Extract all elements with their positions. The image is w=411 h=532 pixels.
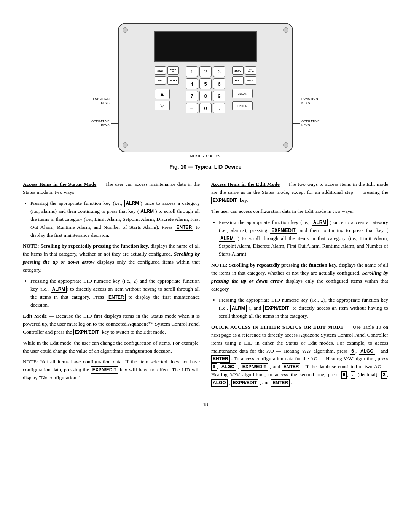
key-2[interactable]: 2	[199, 66, 212, 77]
fig-caption: Fig. 10 — Typical LID Device	[170, 164, 242, 170]
down-arrow-key[interactable]: ▽	[155, 101, 170, 110]
edit-mode-access-section: Access Items in the Edit Mode — The two …	[211, 181, 388, 204]
status-mode-title: Access Items in the Status Mode	[23, 181, 96, 187]
algo-key-ref-3: ALGO	[211, 379, 228, 387]
edit-mode-access-cont: The user can access configuration data i…	[211, 208, 388, 216]
content-area: Access Items in the Status Mode — The us…	[23, 181, 388, 390]
key-7[interactable]: 7	[186, 91, 198, 101]
algo-key-ref-1: ALGO	[359, 348, 375, 355]
edit-mode-access-title: Access Items in the Edit Mode	[211, 181, 280, 187]
key-6-ref-3: 6	[341, 371, 347, 379]
edit-mode-section: Edit Mode — Because the LID first displa…	[23, 312, 200, 336]
enter-key-ref-2: ENTER	[107, 294, 126, 301]
expn-edit-key[interactable]: EXPNEDIT	[167, 66, 179, 75]
key-5[interactable]: 5	[199, 78, 212, 89]
key-6-ref-1: 6	[350, 348, 355, 355]
right-side-labels: FUNCTIONKEYS OPERATIVEKEYS	[293, 48, 320, 128]
schd-key[interactable]: SCHD	[167, 76, 179, 85]
numeric-keypad: 1 2 3 4 5 6 7 8 9 −	[186, 66, 225, 113]
expn-edit-key-ref-6: EXPN/EDIT	[241, 363, 268, 371]
left-side-labels: FUNCTIONKEYS OPERATIVEKEYS	[91, 48, 118, 128]
lid-screen	[154, 31, 257, 62]
enter-key-ref-3: ENTER	[211, 355, 230, 363]
edit-mode-bullets: Pressing the appropriate function key (i…	[219, 219, 388, 259]
expn-edit-key-ref-4: EXPN/EDIT	[270, 227, 297, 234]
enter-key-ref-5: ENTER	[271, 379, 290, 387]
status-mode-section: Access Items in the Status Mode — The us…	[23, 181, 200, 197]
key-2-ref: 2	[381, 371, 387, 379]
hist-key[interactable]: HIST	[232, 76, 244, 85]
edit-mode-cont: While in the Edit mode, the user can cha…	[23, 339, 200, 355]
alrm-key-ref-1: ALRM	[124, 200, 141, 207]
numeric-keys-label: NUMERIC KEYS	[190, 154, 221, 158]
left-column: Access Items in the Status Mode — The us…	[23, 181, 200, 390]
status-bullet-2: Pressing the appropriate LID numeric key…	[30, 277, 200, 309]
diagram-section: FUNCTIONKEYS OPERATIVEKEYS STAT EXPNEDIT	[84, 23, 327, 173]
edit-mode-intro: — Because the LID first displays items i…	[23, 313, 200, 335]
key-3[interactable]: 3	[213, 66, 225, 77]
srvc-key[interactable]: SRVC	[232, 66, 244, 75]
key-6-ref-2: 6	[211, 363, 217, 371]
enter-key[interactable]: ENTER	[232, 101, 253, 110]
function-keys-label-right: FUNCTIONKEYS	[293, 97, 320, 105]
edit-bullet-2: Pressing the appropriate LID numeric key…	[219, 296, 388, 320]
key-6[interactable]: 6	[213, 78, 225, 89]
decimal-label: (decimal)	[358, 372, 378, 377]
status-mode-bullets: Pressing the appropriate function key (i…	[30, 200, 200, 240]
operative-keys-label-left: OPERATIVEKEYS	[91, 120, 118, 128]
edit-mode-title: Edit Mode	[23, 313, 47, 319]
key-9[interactable]: 9	[213, 91, 225, 101]
alrm-key-ref-2: ALRM	[139, 208, 155, 215]
alrm-key-ref-5: ALRM	[219, 235, 235, 242]
lid-device: STAT EXPNEDIT SET SCHD ▲ ▽	[118, 23, 293, 152]
screw-tl	[123, 27, 128, 33]
enter-key-ref-1: ENTER	[175, 224, 194, 231]
key-dot[interactable]: .	[213, 103, 225, 113]
expn-edit-key-ref-5: EXPN/EDIT	[263, 305, 290, 312]
alrm-key-ref-3: ALRM	[51, 286, 67, 293]
edit-mode-bullets-2: Pressing the appropriate LID numeric key…	[219, 296, 388, 320]
quick-access-section: QUICK ACCESS IN EITHER STATUS OR EDIT MO…	[211, 323, 388, 387]
alrm-key-ref-4: ALRM	[312, 219, 328, 226]
edit-bullet-1: Pressing the appropriate function key (i…	[219, 219, 388, 259]
right-function-keys: SRVC TESTALRM HIST ALGO CLEAR ENTER	[232, 66, 256, 113]
up-arrow-key[interactable]: ▲	[155, 89, 170, 99]
key-dot-ref: .	[351, 371, 355, 379]
page-number: 18	[23, 401, 388, 407]
stat-key[interactable]: STAT	[155, 66, 166, 75]
key-8[interactable]: 8	[199, 91, 212, 101]
clear-key[interactable]: CLEAR	[232, 89, 253, 98]
function-keys-label-left: FUNCTIONKEYS	[91, 97, 118, 105]
key-1[interactable]: 1	[186, 66, 198, 77]
screw-tr	[283, 27, 288, 33]
right-column: Access Items in the Edit Mode — The two …	[211, 181, 388, 390]
edit-note-1: NOTE: Scrolling by repeatedly pressing t…	[211, 261, 388, 293]
key-0[interactable]: 0	[199, 103, 212, 113]
algo-key[interactable]: ALGO	[245, 76, 256, 85]
enter-key-ref-4: ENTER	[282, 363, 301, 371]
screw-br	[283, 142, 288, 148]
left-function-keys: STAT EXPNEDIT SET SCHD ▲ ▽	[155, 66, 179, 113]
expn-edit-key-ref-7: EXPN/EDIT	[231, 379, 258, 387]
expn-edit-key-ref-3: EXPN/EDIT	[211, 197, 238, 204]
test-alrm-key[interactable]: TESTALRM	[245, 66, 256, 75]
status-note-1: NOTE: Scrolling by repeatedly pressing t…	[23, 242, 200, 274]
screw-bl	[123, 142, 128, 148]
algo-key-ref-2: ALGO	[220, 363, 236, 371]
key-4[interactable]: 4	[186, 78, 198, 89]
status-mode-bullets-2: Pressing the appropriate LID numeric key…	[30, 277, 200, 309]
expn-edit-key-ref-2: EXPN/EDIT	[91, 366, 118, 374]
set-key[interactable]: SET	[155, 76, 166, 85]
alrm-key-ref-6: ALRM	[230, 305, 247, 312]
operative-keys-label-right: OPERATIVEKEYS	[293, 120, 320, 128]
key-minus[interactable]: −	[186, 103, 198, 113]
edit-mode-note: NOTE: Not all items have configuration d…	[23, 358, 200, 382]
expn-edit-key-ref-1: EXPN/EDIT	[73, 329, 100, 336]
status-bullet-1: Pressing the appropriate function key (i…	[30, 200, 200, 240]
